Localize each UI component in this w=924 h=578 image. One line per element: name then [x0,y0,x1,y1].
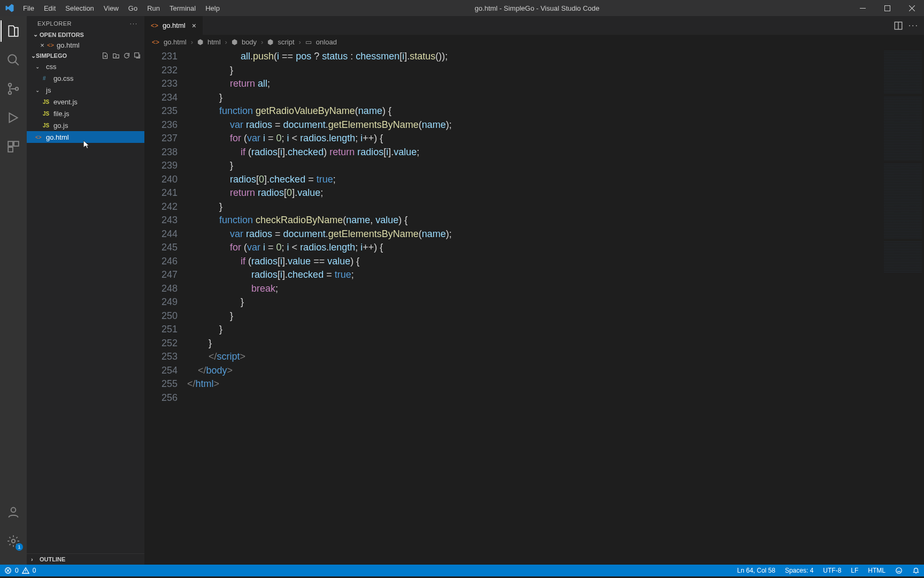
open-editors-section[interactable]: ⌄ OPEN EDITORS [27,30,144,39]
status-eol[interactable]: LF [851,567,858,574]
svg-point-4 [9,92,11,94]
svg-rect-8 [8,147,13,152]
status-cursor-pos[interactable]: Ln 64, Col 58 [737,567,775,574]
account-icon[interactable] [1,501,26,523]
menu-help[interactable]: Help [201,2,224,14]
symbol-icon: ⬢ [232,38,237,46]
file-label: event.js [53,98,78,106]
chevron-right-icon: › [191,38,193,46]
project-name: SIMPLEGO [36,52,67,59]
file-label: go.js [53,121,68,130]
js-file-icon: JS [43,99,53,105]
folder-js[interactable]: ⌄ js [27,84,144,96]
new-folder-icon[interactable] [112,52,120,59]
bell-icon[interactable] [912,567,920,574]
status-errors[interactable]: 0 0 [4,567,36,574]
title-bar: File Edit Selection View Go Run Terminal… [0,0,924,16]
refresh-icon[interactable] [123,52,130,59]
settings-badge: 1 [16,543,23,551]
menu-file[interactable]: File [19,2,38,14]
status-language[interactable]: HTML [868,567,886,574]
symbol-icon: ⬢ [197,38,203,46]
activity-bar: 1 [0,16,27,565]
js-file-icon: JS [43,123,53,128]
js-file-icon: JS [43,111,53,117]
file-go-css[interactable]: # go.css [27,72,144,84]
run-debug-icon[interactable] [1,107,26,128]
menu-go[interactable]: Go [124,2,142,14]
symbol-icon: ⬢ [267,38,273,46]
menu-selection[interactable]: Selection [61,2,98,14]
editor-area: <> go.html × ··· <> go.html › ⬢ html › ⬢… [144,16,924,565]
html-file-icon: <> [151,22,158,29]
menu-edit[interactable]: Edit [40,2,60,14]
html-file-icon: <> [152,39,159,46]
close-button[interactable] [899,0,924,16]
collapse-all-icon[interactable] [134,52,141,59]
search-icon[interactable] [1,49,26,71]
chevron-down-icon: ⌄ [35,87,46,93]
breadcrumb-item[interactable]: body [242,38,257,46]
close-icon[interactable]: × [37,41,47,49]
html-file-icon: <> [47,42,57,48]
svg-point-14 [896,568,902,574]
maximize-button[interactable] [875,0,899,16]
chevron-down-icon: ⌄ [31,52,36,59]
explorer-title: EXPLORER [37,20,72,27]
file-label: go.html [46,133,69,141]
explorer-sidebar: EXPLORER ··· ⌄ OPEN EDITORS × <> go.html… [27,16,144,565]
breadcrumb-item[interactable]: go.html [164,38,187,46]
svg-rect-11 [135,53,139,57]
breadcrumb-item[interactable]: html [207,38,221,46]
outline-section[interactable]: › OUTLINE [27,553,144,565]
folder-label: js [46,86,51,94]
breadcrumb-item[interactable]: onload [316,38,337,46]
symbol-icon: ▭ [305,38,312,46]
close-tab-icon[interactable]: × [192,21,196,30]
svg-point-3 [9,83,11,86]
status-spaces[interactable]: Spaces: 4 [785,567,813,574]
warning-count: 0 [33,567,36,574]
status-encoding[interactable]: UTF-8 [823,567,841,574]
pointer-cursor-icon [80,139,89,150]
css-file-icon: # [43,75,53,81]
chevron-right-icon: › [261,38,263,46]
outline-label: OUTLINE [40,556,65,562]
folder-css[interactable]: ⌄ css [27,60,144,72]
minimap[interactable] [881,49,924,565]
editor-more-icon[interactable]: ··· [908,21,919,31]
window-title: go.html - SimpleGo - Visual Studio Code [224,4,850,12]
svg-rect-0 [860,8,866,9]
chevron-down-icon: ⌄ [35,64,46,70]
explorer-icon[interactable] [1,20,26,42]
breadcrumb[interactable]: <> go.html › ⬢ html › ⬢ body › ⬢ script … [144,35,924,49]
error-count: 0 [15,567,19,574]
menu-run[interactable]: Run [143,2,164,14]
code-content[interactable]: all.push(i == pos ? status : chessmen[i]… [187,49,881,565]
file-file-js[interactable]: JS file.js [27,108,144,119]
file-go-js[interactable]: JS go.js [27,119,144,131]
chevron-down-icon: ⌄ [31,31,40,38]
file-event-js[interactable]: JS event.js [27,96,144,108]
code-editor[interactable]: 231 232 233 234 235 236 237 238 239 240 … [144,49,924,565]
new-file-icon[interactable] [102,52,109,59]
source-control-icon[interactable] [1,78,26,100]
open-editor-item[interactable]: × <> go.html [27,39,144,51]
explorer-more-icon[interactable]: ··· [130,20,138,27]
settings-gear-icon[interactable]: 1 [1,530,26,552]
svg-rect-1 [884,5,890,11]
project-section[interactable]: ⌄SIMPLEGO [27,51,144,60]
tab-label: go.html [163,21,186,29]
menu-view[interactable]: View [99,2,123,14]
file-go-html[interactable]: <> go.html [27,131,144,143]
breadcrumb-item[interactable]: script [278,38,294,46]
svg-point-10 [12,539,16,543]
minimize-button[interactable] [850,0,875,16]
feedback-icon[interactable] [895,567,903,574]
tab-go-html[interactable]: <> go.html × [144,16,203,35]
menu-terminal[interactable]: Terminal [165,2,200,14]
split-editor-icon[interactable] [894,21,903,31]
extensions-icon[interactable] [1,136,26,157]
html-file-icon: <> [35,134,46,140]
svg-point-9 [11,507,16,512]
